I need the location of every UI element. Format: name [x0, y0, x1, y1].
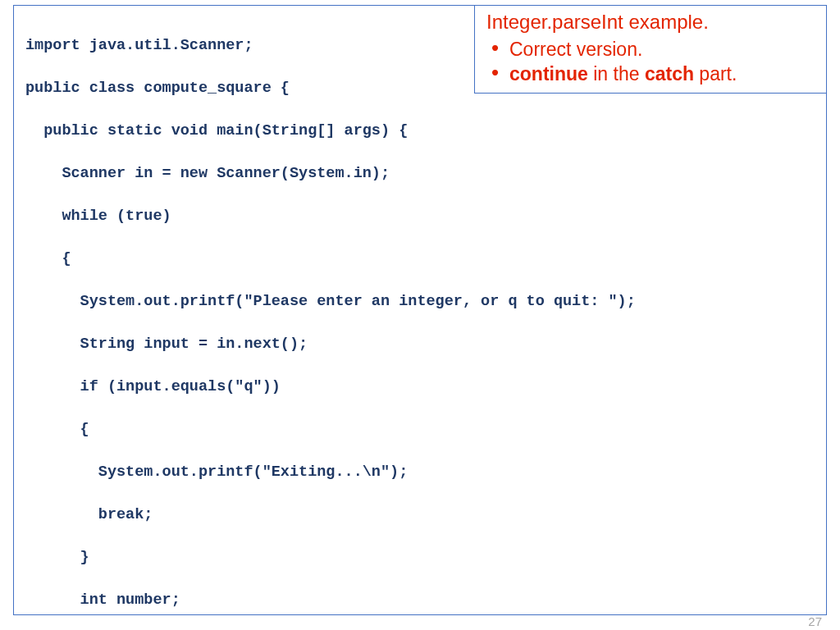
code-line: System.out.printf("Exiting...\n");	[25, 462, 815, 483]
text: in the	[588, 63, 645, 84]
annotation-list: Correct version. continue in the catch p…	[486, 37, 815, 86]
slide-frame: import java.util.Scanner; public class c…	[13, 5, 827, 615]
code-line: String input = in.next();	[25, 334, 815, 355]
code-line: if (input.equals("q"))	[25, 377, 815, 398]
text: part.	[694, 63, 737, 84]
code-line: {	[25, 249, 815, 270]
annotation-bullet: continue in the catch part.	[486, 62, 815, 86]
text-bold: catch	[645, 63, 694, 84]
code-line: Scanner in = new Scanner(System.in);	[25, 163, 815, 185]
text: Correct version.	[509, 39, 642, 60]
code-line: int number;	[25, 590, 815, 611]
code-line: while (true)	[25, 206, 815, 227]
code-line: public static void main(String[] args) {	[25, 121, 815, 142]
annotation-bullet: Correct version.	[486, 37, 815, 62]
code-line: break;	[25, 504, 815, 526]
code-block: import java.util.Scanner; public class c…	[14, 6, 826, 630]
page-number: 27	[808, 614, 822, 628]
code-line: {	[25, 419, 815, 441]
text-bold: continue	[509, 63, 588, 84]
annotation-box: Integer.parseInt example. Correct versio…	[474, 5, 827, 94]
annotation-title: Integer.parseInt example.	[486, 11, 815, 34]
code-line: System.out.printf("Please enter an integ…	[25, 291, 815, 313]
code-line: }	[25, 547, 815, 568]
